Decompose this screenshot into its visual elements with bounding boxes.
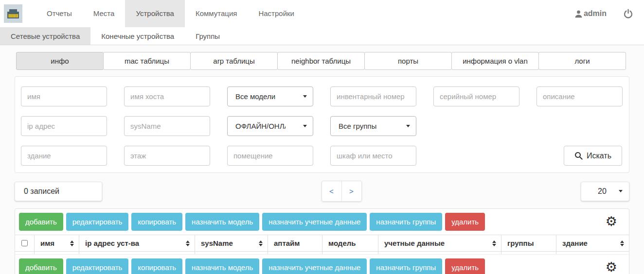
column-label: sysName bbox=[201, 239, 233, 247]
subnav-network-devices[interactable]: Сетевые устройства bbox=[0, 27, 90, 45]
top-navbar: Отчеты Места Устройства Коммутация Настр… bbox=[0, 0, 644, 27]
nav-item-places[interactable]: Места bbox=[83, 0, 125, 27]
chevron-down-icon bbox=[303, 125, 307, 127]
delete-button[interactable]: удалить bbox=[445, 213, 485, 231]
logout-button[interactable] bbox=[623, 0, 633, 27]
copy-button[interactable]: копировать bbox=[131, 258, 182, 274]
tab-logs[interactable]: логи bbox=[538, 52, 626, 70]
sort-icon[interactable] bbox=[186, 240, 190, 246]
status-select-value: ОФЛАЙН/ОНЛАЙН bbox=[235, 122, 286, 130]
column-header-name[interactable]: имя bbox=[35, 235, 79, 251]
sort-icon[interactable] bbox=[620, 240, 624, 246]
room-filter-input[interactable] bbox=[227, 146, 313, 166]
empty-cell bbox=[268, 252, 322, 254]
assign-groups-button[interactable]: назначить группы bbox=[370, 258, 442, 274]
sort-icon[interactable] bbox=[492, 240, 496, 246]
edit-button[interactable]: редактировать bbox=[66, 258, 129, 274]
nav-item-settings[interactable]: Настройки bbox=[248, 0, 305, 27]
add-button[interactable]: добавить bbox=[19, 213, 63, 231]
devices-table-panel: добавить редактировать копировать назнач… bbox=[15, 208, 629, 274]
filter-row-2: ОФЛАЙН/ОНЛАЙН Все группы bbox=[21, 116, 623, 136]
name-filter-input[interactable] bbox=[21, 86, 107, 106]
gear-icon[interactable]: ⚙ bbox=[606, 215, 617, 228]
nav-item-reports[interactable]: Отчеты bbox=[36, 0, 83, 27]
search-button[interactable]: Искать bbox=[564, 146, 622, 166]
assign-model-button[interactable]: назначить модель bbox=[185, 213, 259, 231]
group-filter-select[interactable]: Все группы bbox=[330, 116, 416, 136]
sort-icon[interactable] bbox=[70, 240, 74, 246]
hostname-filter-input[interactable] bbox=[124, 86, 210, 106]
column-header-uptime: аптайм bbox=[268, 235, 322, 251]
nav-item-switching[interactable]: Коммутация bbox=[185, 0, 248, 27]
serial-filter-input[interactable] bbox=[433, 86, 519, 106]
nav-item-devices[interactable]: Устройства bbox=[125, 0, 184, 27]
assign-credentials-button[interactable]: назначить учетные данные bbox=[262, 213, 367, 231]
column-header-sysname[interactable]: sysName bbox=[195, 235, 268, 251]
sort-icon[interactable] bbox=[259, 240, 263, 246]
building-filter-input[interactable] bbox=[21, 146, 107, 166]
group-select-value: Все группы bbox=[339, 122, 376, 130]
model-filter-select[interactable]: Все модели bbox=[227, 86, 313, 106]
column-label: группы bbox=[507, 239, 534, 247]
subnav-end-devices[interactable]: Конечные устройства bbox=[90, 27, 185, 45]
table-header-row: имя ip адрес уст-ва sysName аптайм модел… bbox=[15, 235, 629, 252]
floor-filter-input[interactable] bbox=[124, 146, 210, 166]
chevron-down-icon bbox=[406, 125, 410, 127]
tab-neighbor-tables[interactable]: neighbor таблицы bbox=[277, 52, 365, 70]
select-all-checkbox[interactable] bbox=[21, 240, 28, 246]
empty-cell bbox=[35, 252, 79, 254]
ethernet-port-icon bbox=[6, 8, 20, 19]
next-page-button[interactable]: > bbox=[341, 181, 362, 202]
user-icon bbox=[574, 10, 583, 18]
tab-mac-tables[interactable]: mac таблицы bbox=[103, 52, 191, 70]
tab-arp-tables[interactable]: arp таблицы bbox=[190, 52, 278, 70]
prev-page-button[interactable]: < bbox=[322, 181, 342, 202]
filter-row-3: Искать bbox=[21, 146, 623, 166]
column-header-ip[interactable]: ip адрес уст-ва bbox=[79, 235, 195, 251]
column-header-model: модель bbox=[322, 235, 378, 251]
ip-filter-input[interactable] bbox=[21, 116, 107, 136]
inventory-filter-input[interactable] bbox=[330, 86, 416, 106]
records-row: 0 записей < > 20 bbox=[15, 181, 629, 202]
sysname-filter-input[interactable] bbox=[124, 116, 210, 136]
search-icon bbox=[574, 152, 583, 160]
column-label: ip адрес уст-ва bbox=[85, 239, 139, 247]
assign-credentials-button[interactable]: назначить учетные данные bbox=[262, 258, 367, 274]
delete-button[interactable]: удалить bbox=[445, 258, 485, 274]
empty-cell bbox=[195, 252, 268, 254]
page-size-value: 20 bbox=[598, 187, 607, 196]
filter-panel: Все модели ОФЛАЙН/ОНЛАЙН Все группы bbox=[15, 76, 629, 173]
status-filter-select[interactable]: ОФЛАЙН/ОНЛАЙН bbox=[227, 116, 313, 136]
view-tabs: инфо mac таблицы arp таблицы neighbor та… bbox=[16, 52, 629, 70]
page-content: инфо mac таблицы arp таблицы neighbor та… bbox=[0, 45, 644, 274]
chevron-down-icon bbox=[619, 190, 623, 192]
empty-cell bbox=[322, 252, 378, 254]
model-select-value: Все модели bbox=[235, 92, 275, 101]
column-header-building[interactable]: здание bbox=[556, 235, 629, 251]
section-navbar: Сетевые устройства Конечные устройства Г… bbox=[0, 27, 644, 45]
table-toolbar-top: добавить редактировать копировать назнач… bbox=[15, 209, 629, 235]
tab-ports[interactable]: порты bbox=[364, 52, 452, 70]
subnav-groups[interactable]: Группы bbox=[185, 27, 231, 45]
assign-groups-button[interactable]: назначить группы bbox=[370, 213, 442, 231]
column-label: аптайм bbox=[274, 239, 300, 247]
column-header-credentials[interactable]: учетные данные bbox=[378, 235, 501, 251]
cabinet-filter-input[interactable] bbox=[330, 146, 416, 166]
page-size-select[interactable]: 20 bbox=[581, 182, 629, 201]
filter-row-1: Все модели bbox=[21, 86, 623, 106]
pager: < > bbox=[322, 181, 362, 202]
user-menu[interactable]: admin bbox=[574, 0, 607, 27]
column-header-groups: группы bbox=[501, 235, 556, 251]
add-button[interactable]: добавить bbox=[19, 258, 63, 274]
edit-button[interactable]: редактировать bbox=[66, 213, 129, 231]
search-button-label: Искать bbox=[587, 152, 611, 160]
main-menu: Отчеты Места Устройства Коммутация Настр… bbox=[36, 0, 305, 27]
app-logo[interactable] bbox=[4, 4, 22, 23]
table-toolbar-bottom: добавить редактировать копировать назнач… bbox=[15, 255, 629, 274]
tab-vlan-info[interactable]: информация о vlan bbox=[451, 52, 539, 70]
gear-icon[interactable]: ⚙ bbox=[606, 261, 617, 274]
description-filter-input[interactable] bbox=[537, 86, 623, 106]
tab-info[interactable]: инфо bbox=[16, 52, 104, 70]
assign-model-button[interactable]: назначить модель bbox=[185, 258, 259, 274]
copy-button[interactable]: копировать bbox=[131, 213, 182, 231]
